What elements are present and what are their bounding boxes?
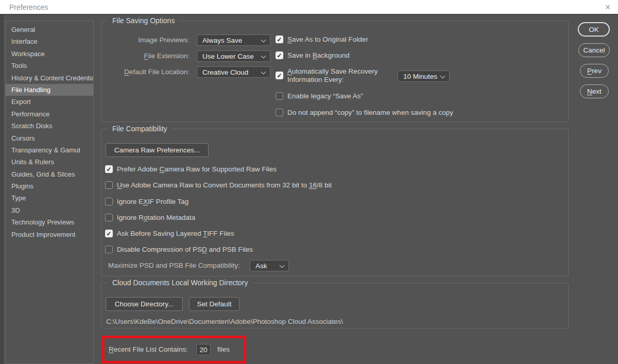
checkbox-box[interactable] <box>105 181 113 189</box>
checkbox-save-in-background[interactable]: Save in Background <box>276 51 350 60</box>
default-file-location-label: Default File Location: <box>101 66 190 78</box>
file-extension-value: Use Lower Case <box>202 53 254 60</box>
chevron-down-icon <box>280 263 285 268</box>
image-previews-label: Image Previews: <box>101 34 190 46</box>
checkbox-box[interactable] <box>276 36 283 43</box>
title-bar: Preferences ✕ <box>0 0 618 14</box>
chevron-down-icon <box>261 70 266 75</box>
cancel-button[interactable]: Cancel <box>578 43 610 57</box>
checkbox-label: Enable legacy “Save As” <box>287 92 363 100</box>
camera-raw-preferences-button[interactable]: Camera Raw Preferences... <box>106 143 209 157</box>
default-file-location-value: Creative Cloud <box>202 68 248 76</box>
checkbox-label: Disable Compression of PSD and PSB Files <box>117 246 253 254</box>
checkbox-ignore-rotation-metadata[interactable]: Ignore Rotation Metadata <box>105 214 195 222</box>
checkbox-label: Save As to Original Folder <box>287 36 368 44</box>
close-icon[interactable]: ✕ <box>605 4 611 11</box>
sidebar-item-type[interactable]: Type <box>6 192 93 204</box>
sidebar-item-3d[interactable]: 3D <box>6 204 93 216</box>
file-compatibility-legend: File Compatibility <box>108 125 171 133</box>
sidebar-item-export[interactable]: Export <box>6 96 93 108</box>
checkbox-label: Do not append “copy” to filename when sa… <box>287 109 453 117</box>
sidebar-item-workspace[interactable]: Workspace <box>6 48 93 60</box>
checkbox-disable-compression-psd[interactable]: Disable Compression of PSD and PSB Files <box>105 246 253 254</box>
chevron-down-icon <box>261 38 266 43</box>
sidebar-item-file-handling[interactable]: File Handling <box>6 84 93 96</box>
next-button[interactable]: Next <box>580 84 609 98</box>
sidebar-item-performance[interactable]: Performance <box>6 108 93 120</box>
sidebar-item-units-rulers[interactable]: Units & Rulers <box>6 156 93 168</box>
checkbox-box[interactable] <box>105 246 113 253</box>
sidebar-item-scratch-disks[interactable]: Scratch Disks <box>6 120 93 132</box>
default-file-location-select[interactable]: Creative Cloud <box>197 66 270 78</box>
checkbox-ignore-exif-profile-tag[interactable]: Ignore EXIF Profile Tag <box>105 198 188 206</box>
chevron-down-icon <box>261 54 266 59</box>
auto-save-interval-select[interactable]: 10 Minutes <box>398 71 450 82</box>
checkbox-box[interactable] <box>105 214 113 221</box>
prev-button[interactable]: Prev <box>580 64 609 78</box>
sidebar-item-product-improvement[interactable]: Product Improvement <box>6 229 93 240</box>
checkbox-label: Automatically Save Recovery Information … <box>287 67 390 83</box>
sidebar-item-cursors[interactable]: Cursors <box>6 132 93 144</box>
checkbox-label: Save in Background <box>287 51 350 60</box>
file-extension-select[interactable]: Use Lower Case <box>197 50 270 62</box>
sidebar-item-history-content-credentials[interactable]: History & Content Credentials <box>6 72 93 84</box>
window-left-edge <box>0 14 4 364</box>
image-previews-value: Always Save <box>202 37 242 44</box>
maximize-psd-compatibility-label: Maximize PSD and PSB File Compatibility: <box>108 260 240 271</box>
maximize-psd-compatibility-value: Ask <box>255 262 267 270</box>
file-saving-options-legend: File Saving Options <box>108 16 179 25</box>
red-highlight-annotation <box>102 336 246 363</box>
sidebar-item-transparency-gamut[interactable]: Transparency & Gamut <box>6 144 93 156</box>
checkbox-save-as-original-folder[interactable]: Save As to Original Folder <box>276 36 368 44</box>
file-extension-label: File Extension: <box>101 50 190 62</box>
auto-save-interval-value: 10 Minutes <box>403 73 437 80</box>
maximize-psd-compatibility-select[interactable]: Ask <box>250 260 289 271</box>
checkbox-box[interactable] <box>276 109 283 116</box>
sidebar-item-guides-grid-slices[interactable]: Guides, Grid & Slices <box>6 168 93 180</box>
cloud-directory-path: C:\Users\KdeBe\OneDrive\Documenten\Adobe… <box>106 318 343 325</box>
chevron-down-icon <box>440 74 445 79</box>
checkbox-label: Prefer Adobe Camera Raw for Supported Ra… <box>117 165 277 174</box>
sidebar-item-interface[interactable]: Interface <box>6 36 93 47</box>
checkbox-prefer-adobe-camera-raw[interactable]: Prefer Adobe Camera Raw for Supported Ra… <box>105 165 277 174</box>
set-default-button[interactable]: Set Default <box>189 297 239 311</box>
checkbox-box[interactable] <box>105 165 113 173</box>
choose-directory-button[interactable]: Choose Directory... <box>106 297 183 311</box>
sidebar-item-plugins[interactable]: Plugins <box>6 180 93 192</box>
checkbox-box[interactable] <box>276 51 283 59</box>
sidebar-item-tools[interactable]: Tools <box>6 60 93 72</box>
checkbox-ask-before-saving-tiff[interactable]: Ask Before Saving Layered TIFF Files <box>105 230 234 238</box>
sidebar-item-technology-previews[interactable]: Technology Previews <box>6 216 93 228</box>
checkbox-label: Ignore EXIF Profile Tag <box>117 198 188 206</box>
ok-button[interactable]: OK <box>578 22 610 37</box>
checkbox-do-not-append-copy[interactable]: Do not append “copy” to filename when sa… <box>276 109 453 117</box>
checkbox-box[interactable] <box>276 92 283 100</box>
dialog-title: Preferences <box>9 3 48 11</box>
checkbox-use-camera-raw-convert[interactable]: Use Adobe Camera Raw to Convert Document… <box>105 181 332 189</box>
preferences-sidebar: General Interface Workspace Tools Histor… <box>5 21 94 364</box>
checkbox-auto-save-recovery[interactable]: Automatically Save Recovery Information … <box>276 67 395 83</box>
checkbox-label: Use Adobe Camera Raw to Convert Document… <box>117 181 332 189</box>
image-previews-select[interactable]: Always Save <box>197 34 270 46</box>
checkbox-label: Ignore Rotation Metadata <box>117 214 195 222</box>
sidebar-item-general[interactable]: General <box>6 24 93 36</box>
checkbox-box[interactable] <box>276 72 283 79</box>
checkbox-enable-legacy-save-as[interactable]: Enable legacy “Save As” <box>276 92 363 100</box>
preferences-dialog: Preferences ✕ General Interface Workspac… <box>0 0 618 364</box>
checkbox-box[interactable] <box>105 198 113 205</box>
checkbox-box[interactable] <box>105 230 113 237</box>
cloud-documents-legend: Cloud Documents Local Working Directory <box>108 279 252 287</box>
checkbox-label: Ask Before Saving Layered TIFF Files <box>117 230 234 238</box>
